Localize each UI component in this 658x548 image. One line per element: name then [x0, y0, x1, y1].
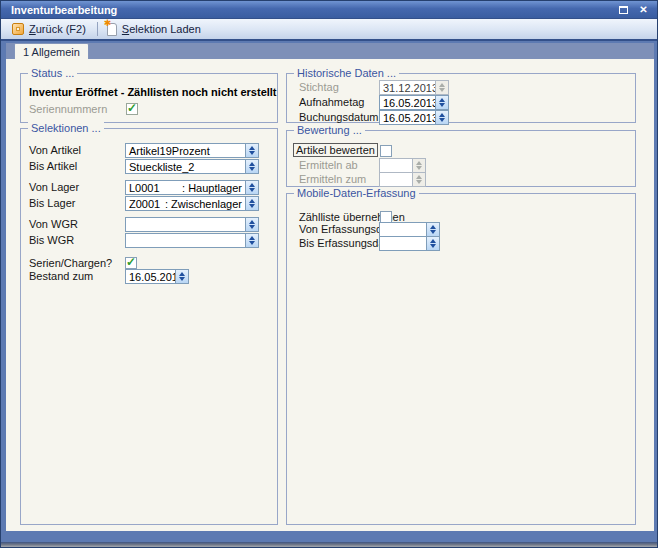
- ermitteln-zum-label: Ermitteln zum: [299, 173, 366, 185]
- group-selektionen: Selektionen ... Von Artikel Artikel19Pro…: [20, 128, 278, 525]
- bis-lager-label: Bis Lager: [29, 197, 75, 209]
- stichtag-value: 31.12.2013 /Di: [379, 80, 436, 95]
- toolbar-separator: [97, 22, 98, 36]
- bis-wgr-spinner[interactable]: [245, 233, 259, 248]
- von-lager-spinner[interactable]: [245, 180, 259, 195]
- artikel-bewerten-checkbox[interactable]: [380, 145, 392, 157]
- ermitteln-zum-spinner: [412, 172, 426, 187]
- aufnahmetag-value[interactable]: 16.05.2013 /Do: [379, 95, 436, 110]
- von-lager-field[interactable]: L0001: Hauptlager: [125, 180, 259, 195]
- group-status-title: Status ...: [28, 67, 77, 80]
- app-window: Inventurbearbeitung Zurück (F2) Selektio…: [0, 0, 658, 548]
- buchungsdatum-value[interactable]: 16.05.2013 /Do: [379, 110, 436, 125]
- bis-artikel-label: Bis Artikel: [29, 160, 77, 172]
- ermitteln-ab-field: [379, 158, 426, 173]
- group-mobile-daten: Mobile-Daten-Erfassung Zählliste überneh…: [286, 193, 636, 525]
- restore-button[interactable]: [617, 4, 630, 16]
- toolbar: Zurück (F2) Selektion Laden: [1, 19, 657, 41]
- load-selection-button[interactable]: Selektion Laden: [102, 20, 208, 39]
- tab-allgemein[interactable]: 1 Allgemein: [14, 43, 89, 59]
- ermitteln-ab-spinner: [412, 158, 426, 173]
- ermitteln-zum-field: [379, 172, 426, 187]
- bis-artikel-field[interactable]: Stueckliste_2: [125, 159, 259, 174]
- aufnahmetag-label: Aufnahmetag: [299, 96, 364, 108]
- group-selektionen-title: Selektionen ...: [28, 122, 104, 135]
- aufnahmetag-field[interactable]: 16.05.2013 /Do: [379, 95, 449, 110]
- bis-wgr-field[interactable]: [125, 233, 259, 248]
- serien-chargen-label: Serien/Chargen?: [29, 257, 112, 269]
- buchungsdatum-spinner[interactable]: [435, 110, 449, 125]
- group-bewertung-title: Bewertung ...: [294, 124, 365, 137]
- aufnahmetag-spinner[interactable]: [435, 95, 449, 110]
- buchungsdatum-label: Buchungsdatum: [299, 111, 379, 123]
- von-artikel-value[interactable]: Artikel19Prozent: [125, 143, 246, 158]
- von-lager-code: L0001: [129, 182, 182, 194]
- von-wgr-spinner[interactable]: [245, 217, 259, 232]
- bis-artikel-spinner[interactable]: [245, 159, 259, 174]
- bis-wgr-value[interactable]: [125, 233, 246, 248]
- von-wgr-field[interactable]: [125, 217, 259, 232]
- bestand-zum-spinner[interactable]: [175, 269, 189, 284]
- window-title: Inventurbearbeitung: [11, 4, 117, 16]
- serien-chargen-checkbox[interactable]: [125, 257, 137, 269]
- von-erfassungsdatum-value[interactable]: [379, 222, 427, 237]
- group-historische-daten: Historische Daten ... Stichtag 31.12.201…: [286, 73, 636, 123]
- von-artikel-label: Von Artikel: [29, 144, 81, 156]
- von-erfassungsdatum-spinner[interactable]: [426, 222, 440, 237]
- stichtag-field: 31.12.2013 /Di: [379, 80, 449, 95]
- status-message: Inventur Eröffnet - Zähllisten noch nich…: [29, 86, 277, 98]
- stichtag-label: Stichtag: [299, 81, 339, 93]
- artikel-bewerten-label: Artikel bewerten: [293, 143, 378, 157]
- bis-artikel-value[interactable]: Stueckliste_2: [125, 159, 246, 174]
- bestand-zum-label: Bestand zum: [29, 270, 93, 282]
- back-button-label: Zurück (F2): [29, 23, 86, 35]
- ermitteln-ab-label: Ermitteln ab: [299, 159, 358, 171]
- von-wgr-label: Von WGR: [29, 218, 78, 230]
- von-artikel-field[interactable]: Artikel19Prozent: [125, 143, 259, 158]
- window-bottom-shadow: [1, 542, 658, 547]
- stichtag-spinner: [435, 80, 449, 95]
- ermitteln-ab-value: [379, 158, 413, 173]
- von-erfassungsdatum-field[interactable]: [379, 222, 440, 237]
- von-wgr-value[interactable]: [125, 217, 246, 232]
- group-mobile-title: Mobile-Daten-Erfassung: [294, 187, 419, 200]
- seriennummern-checkbox: [126, 103, 138, 115]
- seriennummern-label: Seriennummern: [29, 103, 107, 115]
- load-selection-icon: [107, 23, 117, 36]
- load-selection-label: Selektion Laden: [122, 23, 201, 35]
- bis-lager-name: : Zwischenlager: [165, 198, 242, 210]
- page-allgemein: Status ... Inventur Eröffnet - Zählliste…: [6, 59, 654, 531]
- von-lager-label: Von Lager: [29, 181, 79, 193]
- ermitteln-zum-value: [379, 172, 413, 187]
- bis-erfassungsdatum-value[interactable]: [379, 236, 427, 251]
- bis-lager-spinner[interactable]: [245, 196, 259, 211]
- von-lager-name: : Hauptlager: [182, 182, 242, 194]
- bestand-zum-value[interactable]: 16.05.2013 /Do: [125, 269, 176, 284]
- group-historische-title: Historische Daten ...: [294, 67, 399, 80]
- bis-erfassungsdatum-spinner[interactable]: [426, 236, 440, 251]
- buchungsdatum-field[interactable]: 16.05.2013 /Do: [379, 110, 449, 125]
- back-button[interactable]: Zurück (F2): [7, 20, 93, 38]
- group-status: Status ... Inventur Eröffnet - Zählliste…: [20, 73, 278, 123]
- close-button[interactable]: [637, 4, 650, 16]
- title-bar: Inventurbearbeitung: [1, 1, 657, 19]
- bis-lager-code: Z0001: [129, 198, 165, 210]
- group-bewertung: Bewertung ... Artikel bewerten Ermitteln…: [286, 130, 636, 187]
- bis-wgr-label: Bis WGR: [29, 234, 74, 246]
- restore-icon: [619, 6, 628, 14]
- bis-erfassungsdatum-field[interactable]: [379, 236, 440, 251]
- bestand-zum-field[interactable]: 16.05.2013 /Do: [125, 269, 189, 284]
- von-artikel-spinner[interactable]: [245, 143, 259, 158]
- back-icon: [12, 23, 24, 35]
- tab-strip: 1 Allgemein: [6, 43, 654, 59]
- bis-lager-field[interactable]: Z0001: Zwischenlager: [125, 196, 259, 211]
